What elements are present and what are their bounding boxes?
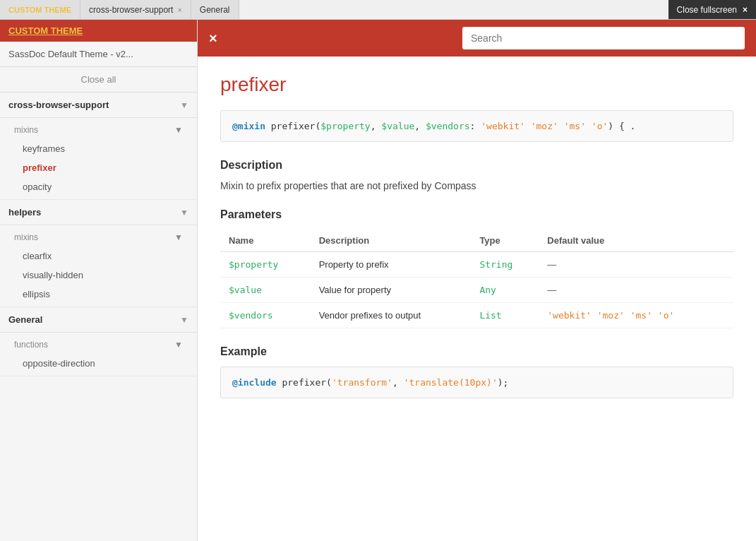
sidebar-subsection-mixins-2-label: mixins [14,232,38,242]
param-type-property: String [471,252,539,278]
code-string-vendors: 'webkit' 'moz' 'ms' 'o' [481,121,608,131]
main-layout: CUSTOM THEME SassDoc Default Theme - v2.… [0,20,756,541]
tab-general[interactable]: General [191,0,239,19]
sidebar: CUSTOM THEME SassDoc Default Theme - v2.… [0,20,198,541]
chevron-down-icon-general: ▼ [180,315,188,325]
sidebar-section-cross-browser-label: cross-browser-support [8,100,109,110]
code-punct-2: , [414,121,426,131]
search-input[interactable] [462,27,745,49]
modal-header: × [198,20,756,57]
example-close: ); [498,377,509,388]
example-arg2: 'translate(10px)' [404,377,498,388]
example-keyword: @include [232,377,277,388]
code-param-value: $value [381,121,414,131]
sidebar-section-general-label: General [8,314,42,325]
sidebar-item-opposite-direction[interactable]: opposite-direction [0,354,197,373]
table-row: $value Value for property Any — [220,278,733,303]
description-heading: Description [220,159,733,172]
modal-close-button[interactable]: × [209,30,217,47]
code-param-property: $property [320,121,370,131]
param-name-property: $property [220,252,311,278]
top-bar: CUSTOM THEME cross-browser-support × Gen… [0,0,756,20]
sidebar-item-prefixer[interactable]: prefixer [0,158,197,177]
page-title: prefixer [220,73,733,96]
sidebar-item-ellipsis[interactable]: ellipsis [0,285,197,304]
sidebar-subsection-mixins-1-label: mixins [14,125,38,135]
param-desc-vendors: Vendor prefixes to output [311,303,472,328]
code-punct-1: , [371,121,382,131]
code-punct-3: : [470,121,481,131]
example-code-block: @include prefixer('transform', 'translat… [220,367,733,398]
param-default-vendors: 'webkit' 'moz' 'ms' 'o' [539,303,733,328]
tab-custom-theme[interactable]: CUSTOM THEME [0,0,80,19]
sidebar-app-title: SassDoc Default Theme - v2... [0,42,197,67]
sidebar-title-text: SassDoc Default Theme - v2... [8,49,133,59]
sidebar-item-general[interactable]: General ▼ [0,307,197,333]
chevron-down-icon: ▼ [180,100,188,110]
table-header-description: Description [311,230,472,252]
param-default-property: — [539,252,733,278]
chevron-down-icon-mixins-1: ▼ [174,125,183,135]
sidebar-item-opacity[interactable]: opacity [0,177,197,196]
mixin-signature-block: @mixin prefixer($property, $value, $vend… [220,110,733,142]
sidebar-subsection-mixins-1: mixins ▼ keyframes prefixer opacity [0,118,197,200]
example-function-name: prefixer( [282,377,331,388]
fullscreen-button[interactable]: Close fullscreen × [668,0,756,19]
sidebar-item-cross-browser-support[interactable]: cross-browser-support ▼ [0,93,197,118]
chevron-down-icon-helpers: ▼ [180,208,188,218]
table-row: $vendors Vendor prefixes to output List … [220,303,733,328]
param-name-vendors: $vendors [220,303,311,328]
example-arg1: 'transform' [332,377,392,388]
sidebar-item-clearfix[interactable]: clearfix [0,246,197,266]
parameters-table: Name Description Type Default value $pro… [220,230,733,328]
example-comma: , [392,377,404,388]
example-heading: Example [220,345,733,358]
param-desc-property: Property to prefix [311,252,472,278]
code-function-name: prefixer( [271,121,320,131]
sidebar-custom-theme-link[interactable]: CUSTOM THEME [0,20,197,42]
param-type-vendors: List [471,303,539,328]
table-header-type: Type [471,230,539,252]
tab-cross-browser-label: cross-browser-support [89,5,173,15]
sidebar-item-keyframes[interactable]: keyframes [0,139,197,158]
code-punct-4: ) { . [608,121,635,131]
sidebar-subsection-functions-header[interactable]: functions ▼ [0,335,197,354]
tab-cross-browser[interactable]: cross-browser-support × [80,0,191,19]
fullscreen-label: Close fullscreen [677,5,737,15]
sidebar-subsection-mixins-1-header[interactable]: mixins ▼ [0,121,197,139]
tab-cross-browser-close[interactable]: × [177,6,181,14]
sidebar-item-visually-hidden[interactable]: visually-hidden [0,266,197,285]
param-type-value: Any [471,278,539,303]
tab-custom-theme-label: CUSTOM THEME [8,6,71,14]
sidebar-section-helpers-label: helpers [8,207,41,218]
code-param-vendors: $vendors [426,121,470,131]
fullscreen-close-icon[interactable]: × [743,5,748,15]
sidebar-subsection-functions: functions ▼ opposite-direction [0,333,197,376]
chevron-down-icon-functions: ▼ [174,340,183,350]
sidebar-subsection-functions-label: functions [14,340,48,350]
sidebar-subsection-mixins-2: mixins ▼ clearfix visually-hidden ellips… [0,225,197,307]
sidebar-subsection-mixins-2-header[interactable]: mixins ▼ [0,228,197,246]
main-content: prefixer @mixin prefixer($property, $val… [198,57,756,541]
close-all-button[interactable]: Close all [0,67,197,93]
param-default-value: — [539,278,733,303]
chevron-down-icon-mixins-2: ▼ [174,232,183,242]
code-keyword-mixin: @mixin [232,121,265,131]
param-name-value: $value [220,278,311,303]
description-text: Mixin to prefix properties that are not … [220,180,733,191]
param-desc-value: Value for property [311,278,472,303]
table-row: $property Property to prefix String — [220,252,733,278]
sidebar-item-helpers[interactable]: helpers ▼ [0,200,197,225]
tab-general-label: General [200,5,230,15]
table-header-name: Name [220,230,311,252]
parameters-heading: Parameters [220,208,733,221]
table-header-default: Default value [539,230,733,252]
